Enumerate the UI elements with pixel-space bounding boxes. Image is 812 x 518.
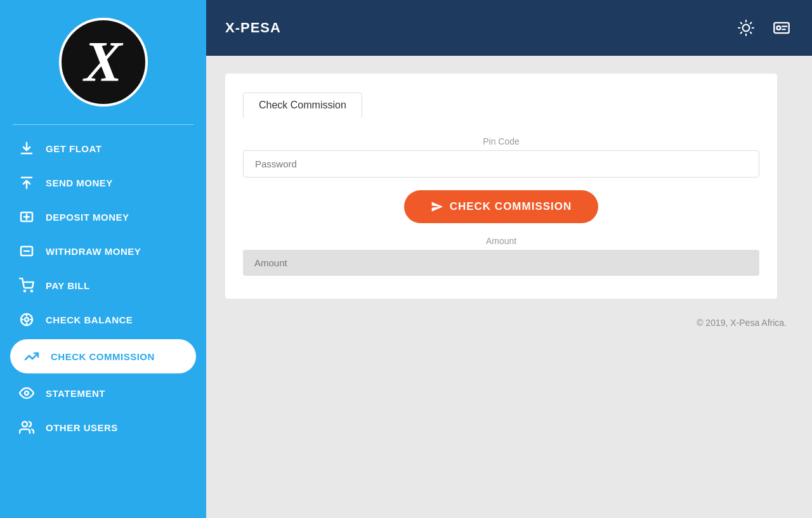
sidebar-divider: [13, 124, 193, 125]
logo-area: X: [0, 0, 206, 119]
svg-point-20: [776, 26, 780, 30]
sidebar-item-deposit-money[interactable]: DEPOSIT MONEY: [0, 200, 206, 234]
header: X-PESA: [206, 0, 812, 56]
sidebar-item-get-float[interactable]: GET FLOAT: [0, 131, 206, 165]
download-icon: [18, 139, 36, 157]
svg-line-17: [741, 32, 742, 34]
deposit-icon: [18, 208, 36, 226]
profile-card-icon[interactable]: [770, 16, 793, 39]
pin-code-label: Pin Code: [483, 136, 520, 146]
sidebar-item-check-commission[interactable]: CHECK COMMISSION: [10, 339, 196, 373]
header-icons: [735, 16, 793, 39]
svg-point-8: [25, 391, 29, 395]
main-area: X-PESA C: [206, 0, 812, 518]
pin-code-group: Pin Code: [243, 136, 759, 178]
sidebar-label-withdraw-money: WITHDRAW MONEY: [46, 246, 141, 257]
sidebar-label-check-balance: CHECK BALANCE: [46, 314, 133, 325]
sidebar-item-other-users[interactable]: OTHER USERS: [0, 410, 206, 444]
check-commission-button[interactable]: CHECK COMMISSION: [404, 190, 599, 223]
svg-point-7: [25, 318, 29, 321]
content-area: Check Commission Pin Code CHECK COMMISSI…: [206, 56, 812, 518]
sidebar-item-check-balance[interactable]: CHECK BALANCE: [0, 302, 206, 337]
balance-icon: [18, 311, 36, 328]
copyright-text: © 2019, X-Pesa Africa.: [225, 318, 793, 328]
amount-group: Amount: [243, 236, 759, 276]
sidebar-label-check-commission: CHECK COMMISSION: [51, 351, 155, 362]
svg-point-4: [24, 290, 25, 292]
amount-input[interactable]: [243, 250, 759, 276]
app-title: X-PESA: [225, 20, 281, 36]
tab-bar: Check Commission: [243, 93, 759, 117]
logo-letter: X: [84, 34, 122, 91]
sidebar-label-deposit-money: DEPOSIT MONEY: [46, 212, 129, 223]
form-section: Pin Code CHECK COMMISSION Amount: [243, 136, 759, 276]
users-icon: [18, 418, 36, 436]
check-commission-btn-label: CHECK COMMISSION: [450, 200, 572, 213]
withdraw-icon: [18, 242, 36, 260]
sidebar-item-send-money[interactable]: SEND MONEY: [0, 165, 206, 200]
sidebar-label-send-money: SEND MONEY: [46, 178, 113, 188]
svg-line-18: [750, 23, 752, 24]
svg-line-14: [750, 32, 752, 34]
sidebar: X GET FLOAT SEND MONEY DEPOSIT MONEY: [0, 0, 206, 518]
upload-icon: [18, 174, 36, 191]
form-card: Check Commission Pin Code CHECK COMMISSI…: [225, 74, 777, 299]
sidebar-label-statement: STATEMENT: [46, 388, 105, 399]
svg-line-13: [741, 23, 742, 24]
sidebar-item-pay-bill[interactable]: PAY BILL: [0, 268, 206, 302]
lightbulb-icon[interactable]: [735, 16, 757, 39]
commission-icon: [23, 347, 41, 365]
tab-check-commission[interactable]: Check Commission: [243, 93, 362, 118]
sidebar-label-get-float: GET FLOAT: [46, 143, 102, 154]
send-icon: [431, 200, 443, 213]
sidebar-label-other-users: OTHER USERS: [46, 422, 118, 433]
svg-point-10: [743, 25, 750, 32]
pin-code-input[interactable]: [243, 150, 759, 178]
svg-point-5: [31, 290, 32, 292]
app-logo: X: [59, 18, 148, 107]
sidebar-item-withdraw-money[interactable]: WITHDRAW MONEY: [0, 234, 206, 268]
sidebar-label-pay-bill: PAY BILL: [46, 280, 90, 291]
eye-icon: [18, 384, 36, 402]
amount-label: Amount: [486, 236, 516, 246]
cart-icon: [18, 276, 36, 294]
sidebar-item-statement[interactable]: STATEMENT: [0, 376, 206, 410]
svg-point-9: [22, 422, 27, 427]
